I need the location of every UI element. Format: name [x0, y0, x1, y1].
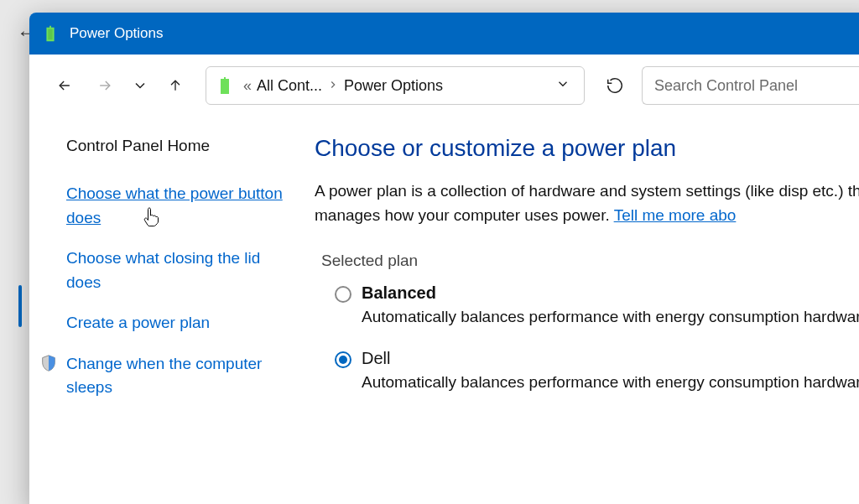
refresh-button[interactable]	[598, 69, 632, 102]
up-button[interactable]	[159, 69, 192, 102]
plan-name[interactable]: Balanced	[362, 283, 859, 303]
background-accent	[18, 285, 22, 327]
plan-dell: Dell Automatically balances performance …	[335, 349, 859, 409]
tell-me-more-link[interactable]: Tell me more abo	[614, 206, 737, 224]
titlebar[interactable]: Power Options	[29, 13, 859, 55]
address-dropdown[interactable]	[550, 73, 575, 98]
radio-balanced[interactable]	[335, 286, 351, 303]
titlebar-title: Power Options	[70, 25, 164, 42]
breadcrumb-seg-poweroptions[interactable]: Power Options	[342, 74, 445, 98]
page-description: A power plan is a collection of hardware…	[315, 179, 859, 228]
back-button[interactable]	[48, 69, 81, 102]
body: Control Panel Home Choose what the power…	[29, 117, 859, 504]
plan-name[interactable]: Dell	[362, 349, 859, 368]
battery-icon	[215, 75, 235, 96]
sidebar: Control Panel Home Choose what the power…	[29, 117, 315, 504]
selected-plan-label: Selected plan	[315, 252, 428, 270]
plan-description: Automatically balances performance with …	[362, 304, 859, 344]
chevron-right-icon	[327, 77, 339, 95]
content-area: Choose or customize a power plan A power…	[315, 117, 859, 504]
history-dropdown[interactable]	[128, 69, 152, 102]
plan-description: Automatically balances performance with …	[362, 370, 859, 409]
breadcrumb-prefix: «	[243, 77, 252, 95]
sidebar-link-label: Change when the computer sleeps	[66, 355, 262, 397]
power-options-window: Power Options « All Cont... Power Option…	[29, 13, 859, 504]
sidebar-link-computer-sleeps[interactable]: Change when the computer sleeps	[66, 352, 294, 400]
sidebar-link-closing-lid[interactable]: Choose what closing the lid does	[66, 247, 294, 294]
sidebar-link-create-plan[interactable]: Create a power plan	[66, 311, 294, 335]
sidebar-link-power-button[interactable]: Choose what the power button does	[66, 182, 294, 230]
shield-icon	[39, 354, 58, 372]
selected-plan-group: Selected plan Balanced Automatically bal…	[315, 252, 859, 410]
forward-button[interactable]	[88, 69, 122, 102]
search-placeholder: Search Control Panel	[654, 77, 798, 95]
control-panel-home-link[interactable]: Control Panel Home	[66, 137, 294, 155]
battery-icon	[41, 24, 60, 43]
radio-dell[interactable]	[335, 351, 351, 368]
plan-balanced: Balanced Automatically balances performa…	[335, 283, 859, 344]
navbar: « All Cont... Power Options Search Contr…	[29, 55, 859, 117]
address-bar[interactable]: « All Cont... Power Options	[206, 66, 585, 105]
page-heading: Choose or customize a power plan	[315, 135, 859, 162]
search-input[interactable]: Search Control Panel	[642, 66, 859, 105]
breadcrumb-seg-allcontrol[interactable]: All Cont...	[255, 74, 324, 98]
